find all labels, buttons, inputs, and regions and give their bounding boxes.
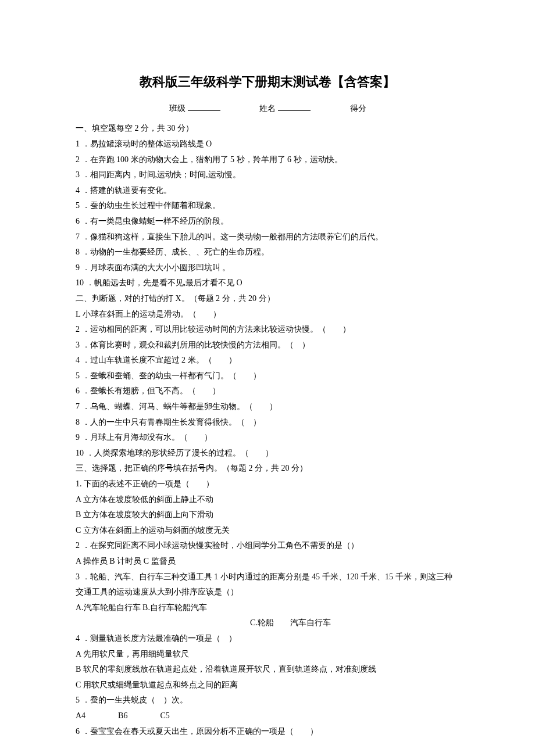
s1-q2: 2 ．在奔跑 100 米的动物大会上，猎豹用了 5 秒，羚羊用了 6 秒，运动快… — [76, 152, 459, 168]
section1-head: 一、填空题每空 2 分，共 30 分） — [76, 121, 459, 137]
s3-q1: 1. 下面的表述不正确的一项是（ ） — [76, 476, 459, 492]
s3-q1b: B 立方体在坡度较大的斜面上向下滑动 — [76, 507, 459, 523]
s3-q3c: C.轮船 汽车自行车 — [250, 615, 331, 631]
header-fields: 班级 姓名 得分 — [76, 101, 459, 117]
s2-q10: 10 ．人类探索地球的形状经历了漫长的过程。（ ） — [76, 446, 459, 461]
s3-q2: 2 ．在探究同距离不同小球运动快慢实验时，小组同学分工角色不需要的是（） — [76, 538, 459, 554]
name-label: 姓名 — [259, 104, 276, 113]
name-blank[interactable] — [278, 110, 311, 111]
s1-q3: 3 ．相同距离内，时间,运动快；时间,运动慢。 — [76, 167, 459, 183]
s3-q6: 6 ．蚕宝宝会在春天或夏天出生，原因分析不正确的一项是（ ） — [76, 724, 459, 740]
s1-q6: 6 ．有一类昆虫像蜻蜓一样不经历的阶段。 — [76, 214, 459, 230]
s2-q3: 3 ．体育比赛时，观众和裁判所用的比较快慢的方法相同。（ ） — [76, 338, 459, 353]
score-label: 得分 — [350, 104, 366, 113]
s2-q7: 7 ．乌龟、蝴蝶、河马、蜗牛等都是卵生动物。（ ） — [76, 399, 459, 415]
s2-q5: 5 ．蚕蛾和蚕蛹、蚕的幼虫一样都有气门。（ ） — [76, 368, 459, 384]
s2-q4: 4 ．过山车轨道长度不宜超过 2 米。（ ） — [76, 353, 459, 368]
s2-q6: 6 ．蚕蛾长有翅膀，但飞不高。（ ） — [76, 384, 459, 399]
s2-q8: 8 ．人的一生中只有青春期生长发育得很快。（ ） — [76, 415, 459, 431]
s3-q3-row: A.汽车轮船自行车 B.自行车轮船汽车 C.轮船 汽车自行车 — [76, 600, 459, 631]
s3-q1a: A 立方体在坡度较低的斜面上静止不动 — [76, 492, 459, 508]
s3-q1c: C 立方体在斜面上的运动与斜面的坡度无关 — [76, 523, 459, 539]
s1-q7: 7 ．像猫和狗这样，直接生下胎儿的叫。这一类动物一般都用的方法喂养它们的后代。 — [76, 230, 459, 245]
s3-q3a: A.汽车轮船自行车 B.自行车轮船汽车 — [76, 600, 207, 616]
section3-head: 三、选择题，把正确的序号填在括号内。（每题 2 分，共 20 分） — [76, 461, 459, 476]
s1-q4: 4 ．搭建的轨道要有变化。 — [76, 183, 459, 199]
s3-q4c: C 用软尺或细绳量轨道起点和终点之间的距离 — [76, 678, 459, 693]
s1-q8: 8 ．动物的一生都要经历、成长、、死亡的生命历程。 — [76, 245, 459, 260]
s3-q4a: A 先用软尺量，再用细绳量软尺 — [76, 647, 459, 662]
s2-q1: L 小球在斜面上的运动是滑动。（ ） — [76, 307, 459, 323]
s3-q5: 5 ．蚕的一生共蜕皮（ ）次。 — [76, 693, 459, 708]
s1-q10: 10 ．帆船远去时，先是看不见,最后才看不见 O — [76, 275, 459, 291]
s1-q1: 1 ．易拉罐滚动时的整体运动路线是 O — [76, 137, 459, 152]
s3-q4: 4 ．测量轨道长度方法最准确的一项是（ ） — [76, 631, 459, 647]
s3-q2a: A 操作员 B 计时员 C 监督员 — [76, 554, 459, 569]
title: 教科版三年级科学下册期末测试卷【含答案】 — [76, 70, 459, 94]
s3-q5a: A4 B6 C5 — [76, 708, 459, 724]
s3-q4b: B 软尺的零刻度线放在轨道起点处，沿着轨道展开软尺，直到轨道终点，对准刻度线 — [76, 662, 459, 678]
section2-head: 二、判断题，对的打错的打 X。（每题 2 分，共 20 分） — [76, 291, 459, 307]
s3-q3: 3 ．轮船、汽车、自行车三种交通工具 1 小时内通过的距离分别是 45 千米、1… — [76, 569, 459, 600]
s1-q9: 9 ．月球表面布满的大大小小圆形凹坑叫 。 — [76, 260, 459, 276]
s2-q9: 9 ．月球上有月海却没有水。（ ） — [76, 430, 459, 446]
s1-q5: 5 ．蚕的幼虫生长过程中伴随着和现象。 — [76, 198, 459, 214]
class-blank[interactable] — [188, 110, 220, 111]
class-label: 班级 — [169, 104, 186, 113]
s2-q2: 2 ．运动相同的距离，可以用比较运动时间的方法来比较运动快慢。（ ） — [76, 322, 459, 338]
